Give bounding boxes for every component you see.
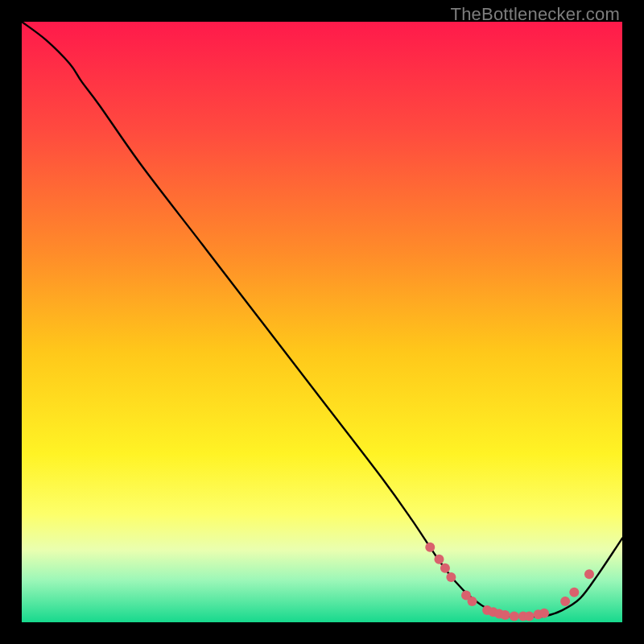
highlight-point (539, 609, 549, 618)
highlight-point (434, 555, 444, 564)
highlight-point (468, 597, 477, 606)
highlight-point (569, 588, 579, 597)
watermark-text: TheBottlenecker.com (451, 4, 620, 25)
curve-layer (22, 22, 622, 622)
highlight-point (425, 543, 435, 552)
highlight-point (584, 569, 594, 579)
highlight-point (560, 597, 570, 606)
highlight-point (440, 564, 450, 573)
bottleneck-curve (22, 22, 622, 617)
highlight-points (425, 543, 594, 621)
highlight-point (524, 612, 534, 621)
highlight-point (446, 572, 456, 582)
plot-area (22, 22, 622, 622)
highlight-point (501, 610, 510, 620)
highlight-point (510, 612, 519, 621)
chart-stage: TheBottlenecker.com (0, 0, 644, 644)
